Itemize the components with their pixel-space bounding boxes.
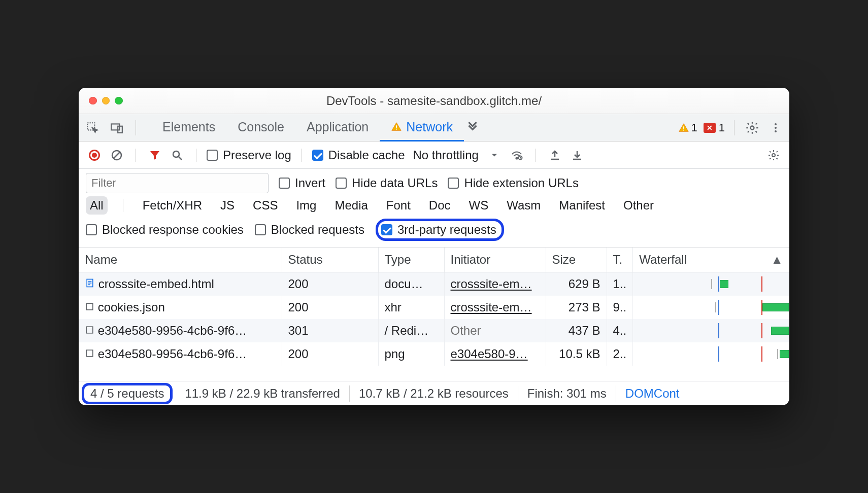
svg-rect-6 xyxy=(683,129,684,130)
tab-elements[interactable]: Elements xyxy=(151,114,226,142)
request-initiator[interactable]: crosssite-em… xyxy=(444,296,546,319)
filter-funnel-icon[interactable] xyxy=(146,147,163,164)
request-time: 2.. xyxy=(607,342,633,366)
requests-count-highlight: 4 / 5 requests xyxy=(82,383,173,404)
header-initiator[interactable]: Initiator xyxy=(444,248,546,272)
type-doc[interactable]: Doc xyxy=(425,196,455,215)
request-time: 1.. xyxy=(607,272,633,296)
request-time: 9.. xyxy=(607,296,633,319)
table-row[interactable]: e304e580-9956-4cb6-9f6…301/ Redi…Other43… xyxy=(79,319,789,342)
header-status[interactable]: Status xyxy=(282,248,378,272)
devtools-tabbar: Elements Console Application Network 1 ✕… xyxy=(79,114,789,142)
type-css[interactable]: CSS xyxy=(249,196,282,215)
clear-button-icon[interactable] xyxy=(108,147,125,164)
tab-console[interactable]: Console xyxy=(226,114,295,142)
header-waterfall[interactable]: Waterfall▲ xyxy=(633,248,789,272)
blocked-requests-checkbox[interactable]: Blocked requests xyxy=(255,223,364,237)
hide-data-urls-checkbox[interactable]: Hide data URLs xyxy=(336,176,438,190)
invert-checkbox[interactable]: Invert xyxy=(279,176,325,190)
export-har-icon[interactable] xyxy=(546,147,563,164)
import-har-icon[interactable] xyxy=(569,147,586,164)
header-name[interactable]: Name xyxy=(79,248,282,272)
table-row[interactable]: e304e580-9956-4cb6-9f6…200pnge304e580-9…… xyxy=(79,342,789,366)
header-size[interactable]: Size xyxy=(546,248,607,272)
request-status: 200 xyxy=(282,272,378,296)
type-ws[interactable]: WS xyxy=(465,196,493,215)
svg-rect-4 xyxy=(396,129,397,130)
search-icon[interactable] xyxy=(169,147,186,164)
window-title: DevTools - samesite-sandbox.glitch.me/ xyxy=(79,94,789,108)
request-waterfall xyxy=(633,342,789,366)
request-initiator[interactable]: Other xyxy=(444,319,546,342)
type-manifest[interactable]: Manifest xyxy=(555,196,609,215)
throttling-dropdown[interactable]: No throttling xyxy=(413,148,503,162)
request-name: e304e580-9956-4cb6-9f6… xyxy=(98,347,247,361)
file-icon xyxy=(85,347,94,361)
request-status: 200 xyxy=(282,296,378,319)
tabs-overflow-icon[interactable] xyxy=(464,119,481,136)
request-type: docu… xyxy=(378,272,444,296)
record-button-icon[interactable] xyxy=(86,147,103,164)
resources-size: 10.7 kB / 21.2 kB resources xyxy=(350,385,518,402)
extra-filters-row: Blocked response cookies Blocked request… xyxy=(79,219,789,248)
filter-input[interactable] xyxy=(86,173,269,193)
network-toolbar: Preserve log Disable cache No throttling xyxy=(79,142,789,169)
resource-type-filter: All Fetch/XHR JS CSS Img Media Font Doc … xyxy=(79,194,789,219)
header-time[interactable]: T. xyxy=(607,248,633,272)
file-icon xyxy=(85,324,94,337)
panel-settings-gear-icon[interactable] xyxy=(765,147,782,164)
svg-point-15 xyxy=(516,157,517,159)
request-initiator[interactable]: e304e580-9… xyxy=(444,342,546,366)
device-toolbar-icon[interactable] xyxy=(108,119,125,136)
blocked-response-cookies-checkbox[interactable]: Blocked response cookies xyxy=(86,223,244,237)
errors-badge[interactable]: ✕ 1 xyxy=(704,121,725,134)
type-fetch[interactable]: Fetch/XHR xyxy=(139,196,206,215)
type-js[interactable]: JS xyxy=(216,196,239,215)
svg-point-7 xyxy=(751,126,754,129)
type-img[interactable]: Img xyxy=(292,196,320,215)
svg-rect-24 xyxy=(86,350,93,357)
type-wasm[interactable]: Wasm xyxy=(503,196,545,215)
more-menu-icon[interactable] xyxy=(767,119,784,136)
svg-line-14 xyxy=(179,157,182,160)
tab-application[interactable]: Application xyxy=(295,114,380,142)
type-all[interactable]: All xyxy=(86,196,108,215)
settings-gear-icon[interactable] xyxy=(744,119,761,136)
request-waterfall xyxy=(633,296,789,319)
titlebar: DevTools - samesite-sandbox.glitch.me/ xyxy=(79,88,789,114)
type-media[interactable]: Media xyxy=(330,196,372,215)
chevron-down-icon xyxy=(486,150,503,160)
type-font[interactable]: Font xyxy=(382,196,415,215)
request-type: / Redi… xyxy=(378,319,444,342)
request-size: 273 B xyxy=(546,296,607,319)
status-bar: 4 / 5 requests 11.9 kB / 22.9 kB transfe… xyxy=(79,381,789,405)
third-party-requests-checkbox[interactable]: 3rd-party requests xyxy=(381,223,496,237)
request-initiator[interactable]: crosssite-em… xyxy=(444,272,546,296)
request-waterfall xyxy=(633,272,789,296)
disable-cache-checkbox[interactable]: Disable cache xyxy=(312,148,405,162)
inspect-element-icon[interactable] xyxy=(84,119,101,136)
request-size: 437 B xyxy=(546,319,607,342)
svg-point-10 xyxy=(775,130,777,132)
preserve-log-checkbox[interactable]: Preserve log xyxy=(207,148,291,162)
svg-rect-5 xyxy=(683,126,684,129)
svg-rect-23 xyxy=(86,327,93,333)
devtools-window: DevTools - samesite-sandbox.glitch.me/ E… xyxy=(79,88,789,405)
table-row[interactable]: crosssite-embed.html200docu…crosssite-em… xyxy=(79,272,789,296)
hide-extension-urls-checkbox[interactable]: Hide extension URLs xyxy=(448,176,578,190)
requests-count: 4 / 5 requests xyxy=(90,386,164,400)
svg-point-13 xyxy=(173,151,179,157)
warning-icon xyxy=(391,121,402,132)
network-conditions-icon[interactable] xyxy=(508,147,525,164)
domcontentloaded-link[interactable]: DOMCont xyxy=(616,385,689,402)
svg-point-8 xyxy=(775,123,777,125)
request-waterfall xyxy=(633,319,789,342)
issues-warning-badge[interactable]: 1 xyxy=(678,121,697,134)
request-time: 4.. xyxy=(607,319,633,342)
svg-line-12 xyxy=(113,152,120,159)
type-other[interactable]: Other xyxy=(619,196,658,215)
header-type[interactable]: Type xyxy=(378,248,444,272)
tab-network[interactable]: Network xyxy=(380,114,464,142)
table-header-row: Name Status Type Initiator Size T. Water… xyxy=(79,248,789,272)
table-row[interactable]: cookies.json200xhrcrosssite-em…273 B9.. xyxy=(79,296,789,319)
